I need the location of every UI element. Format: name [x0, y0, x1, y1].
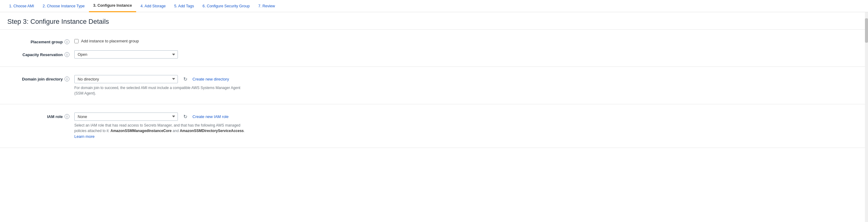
- placement-group-label: Placement group i: [7, 37, 74, 44]
- wizard-step-4[interactable]: 4. Add Storage: [136, 0, 170, 12]
- domain-join-helper-text: For domain join to succeed, the selected…: [74, 85, 245, 96]
- policy-1: AmazonSSMManagedInstanceCore: [111, 129, 172, 133]
- domain-join-create-link[interactable]: Create new directory: [192, 77, 229, 81]
- scrollbar-track[interactable]: [865, 12, 868, 148]
- capacity-reservation-label: Capacity Reservation i: [7, 50, 74, 57]
- iam-role-learn-more-link[interactable]: Learn more: [74, 134, 94, 139]
- placement-group-control: Add instance to placement group: [74, 37, 861, 43]
- placement-group-checkbox-label: Add instance to placement group: [81, 39, 139, 43]
- policy-2: AmazonSSMDirectoryServiceAccess: [180, 129, 244, 133]
- capacity-reservation-control: Open None Select existing reservation: [74, 50, 861, 59]
- iam-role-label: IAM role i: [7, 112, 74, 119]
- wizard-step-6[interactable]: 6. Configure Security Group: [198, 0, 254, 12]
- iam-role-select[interactable]: None: [74, 113, 178, 121]
- wizard-step-5[interactable]: 5. Add Tags: [170, 0, 198, 12]
- wizard-step-7[interactable]: 7. Review: [254, 0, 279, 12]
- iam-role-row: IAM role i None ↻ Create new IAM role Se…: [7, 109, 861, 143]
- iam-role-section: IAM role i None ↻ Create new IAM role Se…: [0, 104, 868, 148]
- iam-role-refresh-button[interactable]: ↻: [181, 112, 189, 121]
- placement-group-section: Placement group i Add instance to placem…: [0, 30, 868, 67]
- wizard-bar: 1. Choose AMI 2. Choose Instance Type 3.…: [0, 0, 868, 12]
- domain-join-label: Domain join directory i: [7, 75, 74, 81]
- domain-join-info-icon[interactable]: i: [65, 77, 69, 81]
- placement-group-checkbox[interactable]: [74, 39, 79, 43]
- wizard-step-2[interactable]: 2. Choose Instance Type: [38, 0, 89, 12]
- domain-join-control: No directory ↻ Create new directory For …: [74, 75, 861, 96]
- iam-role-select-row: None ↻ Create new IAM role: [74, 112, 861, 121]
- capacity-reservation-row: Capacity Reservation i Open None Select …: [7, 47, 861, 62]
- domain-join-section: Domain join directory i No directory ↻ C…: [0, 67, 868, 104]
- capacity-reservation-select[interactable]: Open None Select existing reservation: [74, 50, 178, 59]
- scrollbar-thumb[interactable]: [865, 18, 868, 43]
- capacity-reservation-info-icon[interactable]: i: [65, 52, 69, 57]
- domain-join-select-row: No directory ↻ Create new directory: [74, 75, 861, 83]
- domain-join-row: Domain join directory i No directory ↻ C…: [7, 72, 861, 99]
- placement-group-info-icon[interactable]: i: [65, 39, 69, 44]
- iam-role-info-icon[interactable]: i: [65, 114, 69, 119]
- wizard-step-1[interactable]: 1. Choose AMI: [5, 0, 38, 12]
- iam-role-control: None ↻ Create new IAM role Select an IAM…: [74, 112, 861, 140]
- domain-join-select[interactable]: No directory: [74, 75, 178, 83]
- page-title: Step 3: Configure Instance Details: [0, 12, 868, 30]
- placement-group-row: Placement group i Add instance to placem…: [7, 34, 861, 47]
- iam-role-create-link[interactable]: Create new IAM role: [192, 114, 229, 119]
- iam-role-helper-text: Select an IAM role that has read access …: [74, 122, 245, 140]
- domain-join-refresh-button[interactable]: ↻: [181, 75, 189, 83]
- wizard-step-3[interactable]: 3. Configure Instance: [89, 0, 136, 12]
- form-content: Placement group i Add instance to placem…: [0, 30, 868, 148]
